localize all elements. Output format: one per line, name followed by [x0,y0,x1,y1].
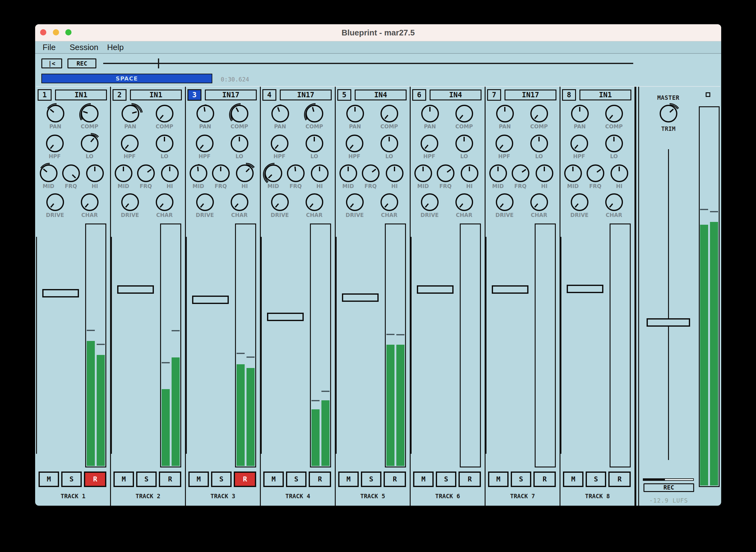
char-knob[interactable] [530,193,548,211]
input-label[interactable]: IN4 [429,90,482,100]
comp-knob[interactable] [156,105,173,122]
input-label[interactable]: IN1 [580,90,631,100]
comp-knob[interactable] [605,105,623,122]
mute-button[interactable]: M [38,471,59,487]
frq-knob[interactable] [212,164,230,182]
mid-knob[interactable] [115,164,132,182]
mid-knob[interactable] [190,164,207,182]
channel-number[interactable]: 7 [487,89,501,101]
char-knob[interactable] [231,193,248,211]
input-label[interactable]: IN1 [130,90,182,100]
hi-knob[interactable] [611,164,628,182]
trim-knob[interactable] [660,105,677,122]
record-arm-button[interactable]: R [384,471,406,487]
pan-knob[interactable] [197,105,214,122]
mute-button[interactable]: M [263,471,284,487]
menu-session[interactable]: Session [70,42,99,52]
mute-button[interactable]: M [413,471,433,487]
solo-button[interactable]: S [436,471,456,487]
playhead-marker[interactable] [158,58,159,68]
char-knob[interactable] [380,193,398,211]
hpf-knob[interactable] [346,135,363,152]
mute-button[interactable]: M [488,471,509,487]
solo-button[interactable]: S [286,471,306,487]
record-arm-button[interactable]: R [309,471,331,487]
char-knob[interactable] [456,193,473,211]
menu-help[interactable]: Help [107,42,123,52]
comp-knob[interactable] [305,105,323,122]
lo-knob[interactable] [456,135,473,152]
input-label[interactable]: IN17 [505,90,556,100]
mute-button[interactable]: M [188,471,209,487]
drive-knob[interactable] [46,193,64,211]
pan-knob[interactable] [421,105,439,122]
fader-handle[interactable] [267,313,304,321]
frq-knob[interactable] [137,164,155,182]
hpf-knob[interactable] [46,135,64,152]
menu-file[interactable]: File [42,42,55,52]
comp-knob[interactable] [380,105,398,122]
fader-handle[interactable] [342,293,379,302]
channel-number[interactable]: 5 [337,89,351,101]
hi-knob[interactable] [461,164,478,182]
mid-knob[interactable] [489,164,507,182]
mute-button[interactable]: M [563,471,584,487]
solo-button[interactable]: S [136,471,157,487]
master-rec-button[interactable]: REC [643,483,694,492]
drive-knob[interactable] [346,193,364,211]
lo-knob[interactable] [81,135,99,152]
comp-knob[interactable] [456,105,473,122]
drive-knob[interactable] [121,193,139,211]
char-knob[interactable] [81,193,99,211]
input-label[interactable]: IN1 [55,90,107,100]
mid-knob[interactable] [564,164,582,182]
record-arm-button[interactable]: R [234,471,256,487]
channel-number[interactable]: 6 [412,89,426,101]
hpf-knob[interactable] [271,135,288,152]
record-button[interactable]: REC [68,58,96,68]
frq-knob[interactable] [587,164,604,182]
channel-number[interactable]: 1 [38,89,51,101]
mid-knob[interactable] [265,164,282,182]
hi-knob[interactable] [236,164,254,182]
comp-knob[interactable] [530,105,548,122]
mute-button[interactable]: M [113,471,134,487]
frq-knob[interactable] [287,164,304,182]
mute-button[interactable]: M [338,471,359,487]
char-knob[interactable] [156,193,173,211]
lo-knob[interactable] [380,135,398,152]
fader-handle[interactable] [417,285,454,294]
lo-knob[interactable] [156,135,173,152]
channel-number[interactable]: 3 [187,89,202,101]
channel-number[interactable]: 4 [262,89,276,101]
char-knob[interactable] [605,193,623,211]
lo-knob[interactable] [305,135,323,152]
input-label[interactable]: IN17 [205,90,257,100]
record-arm-button[interactable]: R [459,471,481,487]
char-knob[interactable] [305,193,323,211]
lo-knob[interactable] [530,135,548,152]
mid-knob[interactable] [414,164,432,182]
pan-knob[interactable] [122,105,139,122]
drive-knob[interactable] [571,193,589,211]
record-arm-button[interactable]: R [533,471,556,487]
comp-knob[interactable] [81,105,99,122]
lo-knob[interactable] [231,135,248,152]
drive-knob[interactable] [496,193,514,211]
master-fader-handle[interactable] [647,318,690,327]
mid-knob[interactable] [340,164,357,182]
fader-handle[interactable] [42,289,79,297]
record-arm-button[interactable]: R [84,471,106,487]
drive-knob[interactable] [196,193,214,211]
record-arm-button[interactable]: R [608,471,631,487]
frq-knob[interactable] [512,164,529,182]
master-checkbox[interactable] [706,92,710,97]
solo-button[interactable]: S [361,471,381,487]
channel-number[interactable]: 8 [562,89,576,101]
space-play-button[interactable]: SPACE [41,74,212,83]
drive-knob[interactable] [271,193,289,211]
solo-button[interactable]: S [511,471,531,487]
hpf-knob[interactable] [496,135,513,152]
hpf-knob[interactable] [196,135,214,152]
pan-knob[interactable] [571,105,589,122]
